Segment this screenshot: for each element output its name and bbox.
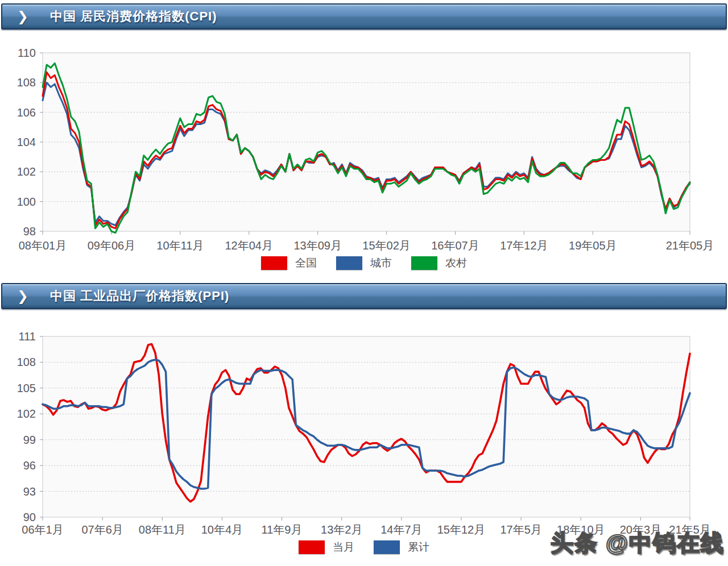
cpi-header-bar[interactable]: ❯ 中国 居民消费价格指数(CPI)	[1, 3, 727, 30]
x-tick-label: 15年12月	[437, 523, 486, 536]
x-tick-label: 08年11月	[139, 523, 186, 536]
y-tick-label: 90	[23, 511, 36, 523]
legend-swatch-icon	[261, 256, 287, 270]
x-tick-label: 11年9月	[262, 523, 303, 536]
chevron-right-icon: ❯	[17, 10, 28, 23]
x-tick-label: 17年12月	[500, 239, 548, 252]
y-tick-label: 102	[17, 165, 36, 178]
legend-label: 全国	[295, 256, 317, 270]
y-tick-label: 102	[17, 407, 36, 420]
x-tick-label: 14年7月	[380, 523, 422, 536]
x-tick-label: 07年6月	[81, 523, 123, 536]
page: ❯ 中国 居民消费价格指数(CPI) 981001021041061081100…	[0, 0, 728, 566]
legend-label: 农村	[445, 256, 467, 270]
y-tick-label: 106	[17, 106, 36, 119]
legend-swatch-icon	[299, 540, 325, 554]
cpi-title: 中国 居民消费价格指数(CPI)	[50, 8, 217, 25]
x-tick-label: 13年2月	[321, 523, 362, 536]
x-tick-label: 10年11月	[156, 239, 204, 252]
x-tick-label: 12年04月	[225, 239, 273, 252]
y-tick-label: 100	[17, 195, 36, 208]
y-tick-label: 108	[17, 356, 36, 368]
x-tick-label: 15年02月	[362, 239, 411, 252]
legend-label: 当月	[333, 540, 354, 555]
x-tick-label: 08年01月	[19, 239, 67, 252]
legend-swatch-icon	[336, 256, 362, 270]
watermark: 头条 @中钨在线	[551, 527, 725, 559]
y-tick-label: 93	[23, 485, 36, 498]
cpi-legend: 全国城市农村	[0, 256, 728, 270]
x-tick-label: 21年05月	[666, 239, 714, 252]
x-tick-label: 13年09月	[293, 239, 342, 252]
y-tick-label: 98	[23, 225, 36, 238]
plot-area	[43, 336, 690, 517]
y-tick-label: 105	[17, 382, 36, 394]
ppi-chart: 9093969910210510811106年1月07年6月08年11月10年4…	[0, 316, 728, 537]
x-tick-label: 17年5月	[500, 523, 541, 536]
legend-label: 累计	[408, 540, 429, 555]
legend-swatch-icon	[374, 540, 400, 554]
x-tick-label: 16年07月	[431, 239, 479, 252]
y-tick-label: 96	[23, 459, 36, 472]
x-tick-label: 19年05月	[569, 239, 617, 252]
x-tick-label: 09年06月	[88, 239, 136, 252]
legend-item-0[interactable]: 当月	[299, 540, 354, 555]
chevron-right-icon: ❯	[17, 289, 28, 303]
y-tick-label: 110	[18, 47, 36, 59]
ppi-title: 中国 工业品出厂价格指数(PPI)	[50, 288, 229, 305]
legend-label: 城市	[370, 256, 392, 270]
legend-item-1[interactable]: 城市	[336, 256, 392, 270]
x-tick-label: 06年1月	[22, 523, 63, 536]
x-tick-label: 10年4月	[201, 523, 243, 536]
y-tick-label: 108	[17, 76, 36, 89]
cpi-chart: 9810010210410610811008年01月09年06月10年11月12…	[0, 34, 728, 253]
y-tick-label: 104	[17, 136, 36, 148]
legend-item-1[interactable]: 累计	[374, 540, 429, 555]
legend-item-0[interactable]: 全国	[261, 256, 317, 270]
y-tick-label: 111	[19, 330, 36, 343]
y-tick-label: 99	[23, 434, 36, 446]
legend-swatch-icon	[411, 256, 437, 270]
ppi-header-bar[interactable]: ❯ 中国 工业品出厂价格指数(PPI)	[1, 283, 727, 309]
legend-item-2[interactable]: 农村	[411, 256, 467, 270]
